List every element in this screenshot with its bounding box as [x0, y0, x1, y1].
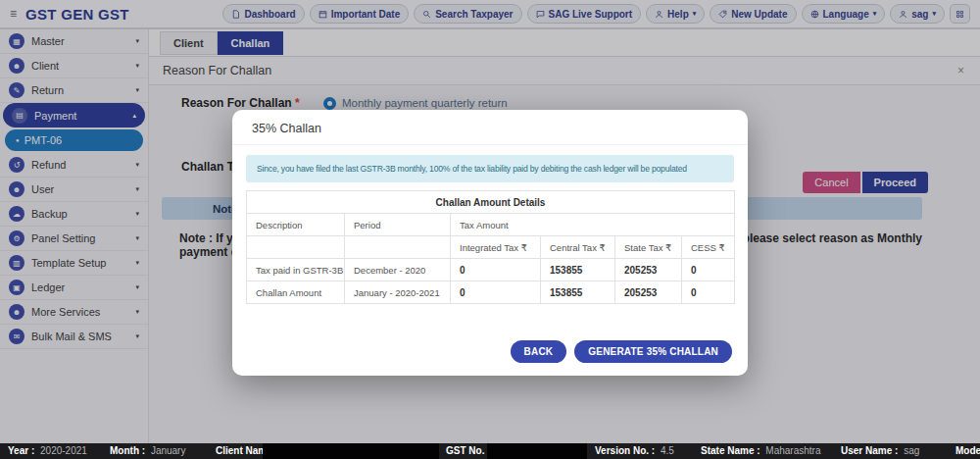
cell-period: January - 2020-2021	[345, 281, 451, 304]
empty-cell	[247, 236, 345, 259]
status-value: 2020-2021	[40, 445, 87, 456]
col-state-tax: State Tax ₹	[615, 236, 682, 259]
cell-integrated: 0	[451, 281, 541, 304]
status-value: sag	[904, 445, 919, 456]
col-cess: CESS ₹	[682, 236, 735, 259]
status-user-name: User Name : sag	[841, 443, 919, 459]
cell-cess: 0	[682, 281, 735, 304]
status-year: Year : 2020-2021	[8, 443, 87, 459]
col-description: Description	[247, 214, 345, 236]
cell-description: Challan Amount	[247, 281, 345, 304]
col-integrated-tax: Integrated Tax ₹	[451, 236, 541, 259]
cell-cess: 0	[682, 259, 735, 281]
redacted-client-name	[263, 443, 439, 459]
table-title: Challan Amount Details	[247, 191, 735, 214]
statusbar: Year : 2020-2021 Month : January Client …	[0, 443, 980, 459]
col-period: Period	[345, 214, 451, 236]
generate-challan-button[interactable]: GENERATE 35% CHALLAN	[574, 340, 732, 363]
status-version: Version No. : 4.5	[595, 443, 674, 459]
cell-central: 153855	[541, 281, 615, 304]
table-title-row: Challan Amount Details	[247, 191, 735, 214]
status-value: January	[151, 445, 186, 456]
empty-cell	[345, 236, 451, 259]
challan-modal: 35% Challan Since, you have filed the la…	[232, 110, 748, 376]
status-label: Mode :	[956, 445, 980, 456]
status-label: GST No. :	[446, 445, 491, 456]
cell-period: December - 2020	[345, 259, 451, 281]
table-subheader-row: Integrated Tax ₹ Central Tax ₹ State Tax…	[247, 236, 735, 259]
table-row: Challan Amount January - 2020-2021 0 153…	[247, 281, 735, 304]
modal-footer: BACK GENERATE 35% CHALLAN	[511, 340, 732, 363]
status-label: Version No. :	[595, 445, 655, 456]
redacted-gst-no	[487, 443, 587, 459]
cell-description: Tax paid in GSTR-3B	[247, 259, 345, 281]
status-month: Month : January	[110, 443, 185, 459]
status-label: Month :	[110, 445, 145, 456]
back-button[interactable]: BACK	[511, 340, 567, 363]
app-window: ≡ GST GEN GST Dashboard Important Date S…	[0, 0, 980, 459]
status-label: User Name :	[841, 445, 898, 456]
status-label: Year :	[8, 445, 34, 456]
cell-state: 205253	[615, 259, 682, 281]
table-row: Tax paid in GSTR-3B December - 2020 0 15…	[247, 259, 735, 281]
cell-central: 153855	[541, 259, 615, 281]
info-banner: Since, you have filed the last GSTR-3B m…	[246, 155, 734, 182]
cell-state: 205253	[615, 281, 682, 304]
status-value: 4.5	[661, 445, 674, 456]
table-header-row: Description Period Tax Amount	[247, 214, 735, 236]
status-state-name: State Name : Maharashtra	[701, 443, 821, 459]
col-central-tax: Central Tax ₹	[541, 236, 615, 259]
modal-title: 35% Challan	[232, 110, 748, 145]
challan-amount-table: Challan Amount Details Description Perio…	[246, 190, 735, 304]
cell-integrated: 0	[451, 259, 541, 281]
status-label: State Name :	[701, 445, 760, 456]
status-value: Maharashtra	[765, 445, 820, 456]
status-mode: Mode :	[956, 443, 980, 459]
col-tax-amount: Tax Amount	[451, 214, 735, 236]
